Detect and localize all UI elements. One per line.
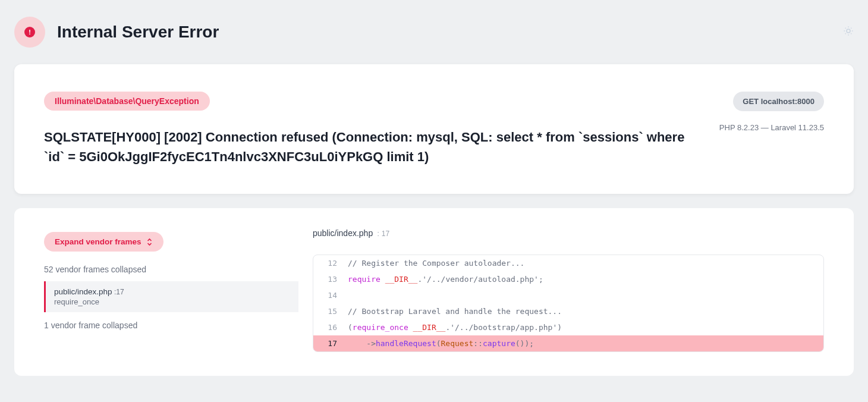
stacktrace-card: Expand vendor frames 52 vendor frames co…: [14, 208, 854, 376]
framework-version: Laravel 11.23.5: [770, 123, 824, 132]
collapsed-frames-bottom[interactable]: 1 vendor frame collapsed: [44, 321, 298, 330]
page-title: Internal Server Error: [57, 23, 219, 42]
header: ! Internal Server Error: [0, 0, 868, 64]
code-panel: public/index.php :17 12 // Register the …: [313, 232, 824, 352]
chevron-up-down-icon: [146, 238, 153, 246]
code-file-header: public/index.php :17: [313, 228, 824, 238]
code-line: 13 require __DIR__.'/../vendor/autoload.…: [313, 271, 823, 287]
line-number: 13: [313, 275, 348, 284]
error-message: SQLSTATE[HY000] [2002] Connection refuse…: [44, 127, 686, 167]
code-line: 15 // Bootstrap Laravel and handle the r…: [313, 303, 823, 319]
expand-vendor-frames-button[interactable]: Expand vendor frames: [44, 232, 163, 252]
error-summary-left: Illuminate\Database\QueryException SQLST…: [44, 92, 696, 167]
svg-line-8: [851, 28, 851, 29]
svg-point-0: [847, 29, 850, 33]
code-line: 12 // Register the Composer autoloader..…: [313, 255, 823, 271]
error-summary-right: GET localhost:8000 PHP 8.2.23 — Laravel …: [719, 92, 824, 167]
svg-line-3: [845, 28, 846, 29]
line-number: 14: [313, 291, 348, 300]
code-line: 16 (require_once __DIR__.'/../bootstrap/…: [313, 319, 823, 335]
line-number: 12: [313, 259, 348, 268]
svg-line-4: [851, 33, 851, 34]
error-summary-card: Illuminate\Database\QueryException SQLST…: [14, 64, 854, 194]
code-line: 14: [313, 287, 823, 303]
error-badge: !: [14, 17, 45, 48]
versions: PHP 8.2.23 — Laravel 11.23.5: [719, 123, 824, 132]
request-host: localhost:8000: [761, 97, 814, 106]
line-number: 16: [313, 323, 348, 332]
code-block: 12 // Register the Composer autoloader..…: [313, 255, 824, 352]
frame-file: public/index.php :17: [54, 287, 290, 296]
stacktrace-sidebar: Expand vendor frames 52 vendor frames co…: [44, 232, 298, 352]
sun-icon: [843, 26, 854, 36]
alert-icon: !: [24, 27, 35, 37]
exception-class-pill: Illuminate\Database\QueryException: [44, 92, 210, 111]
request-method: GET: [743, 97, 759, 106]
line-number: 17: [313, 339, 348, 348]
stack-frame-item[interactable]: public/index.php :17 require_once: [44, 281, 298, 312]
expand-label: Expand vendor frames: [55, 237, 141, 246]
collapsed-frames-top[interactable]: 52 vendor frames collapsed: [44, 265, 298, 274]
code-line-highlighted: 17 ->handleRequest(Request::capture());: [313, 335, 823, 351]
line-number: 15: [313, 307, 348, 316]
request-pill: GET localhost:8000: [733, 92, 824, 111]
php-version: PHP 8.2.23: [719, 123, 759, 132]
theme-toggle-button[interactable]: [843, 26, 854, 39]
frame-function: require_once: [54, 297, 290, 306]
svg-line-7: [845, 33, 846, 34]
